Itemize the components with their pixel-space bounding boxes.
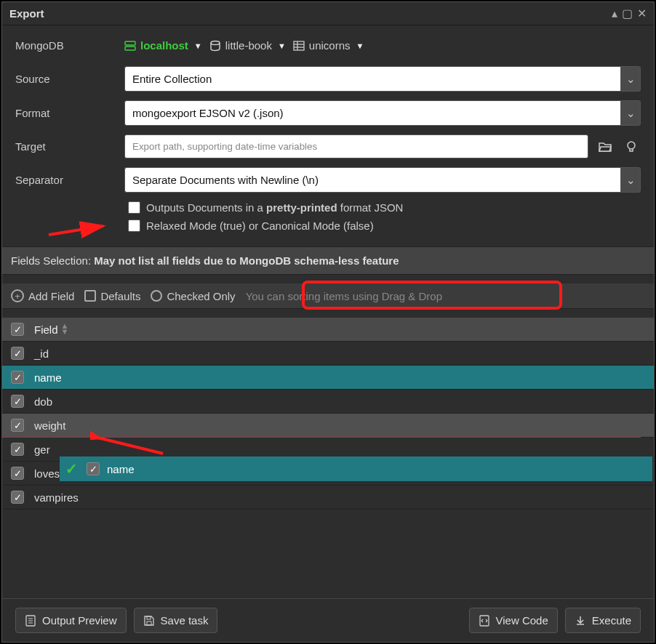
annotation-arrow bbox=[90, 417, 170, 461]
table-header-row: ✓ Field ▲▼ bbox=[2, 318, 654, 342]
collection-crumb[interactable]: unicorns ▼ bbox=[293, 39, 364, 52]
row-checkbox[interactable]: ✓ bbox=[11, 443, 24, 456]
table-row[interactable]: ✓vampires bbox=[2, 486, 654, 510]
save-icon bbox=[143, 615, 155, 627]
field-name: ger bbox=[34, 443, 50, 456]
defaults-button[interactable]: Defaults bbox=[84, 290, 140, 302]
relaxed-label: Relaxed Mode (true) or Canonical Mode (f… bbox=[146, 220, 374, 232]
format-label: Format bbox=[15, 107, 117, 119]
svg-rect-0 bbox=[125, 41, 135, 45]
field-name: weight bbox=[34, 419, 65, 432]
row-checkbox[interactable]: ✓ bbox=[11, 467, 24, 480]
sort-icon: ▲▼ bbox=[61, 323, 69, 334]
export-window: Export ▴ ▢ ✕ MongoDB localhost ▼ little-… bbox=[1, 1, 655, 643]
pretty-label: Outputs Documents in a pretty-printed fo… bbox=[146, 201, 403, 214]
svg-line-16 bbox=[97, 438, 163, 454]
chevron-down-icon[interactable]: ⌄ bbox=[620, 66, 641, 92]
separator-select[interactable]: Separate Documents with Newline (\n) ⌄ bbox=[124, 167, 641, 193]
field-name: vampires bbox=[34, 491, 79, 504]
field-name: _id bbox=[34, 347, 49, 360]
caret-icon: ▼ bbox=[194, 41, 202, 50]
svg-line-15 bbox=[49, 226, 103, 235]
drag-hint: You can sorting items using Drag & Drop bbox=[246, 290, 442, 302]
field-name: name bbox=[34, 371, 62, 384]
browse-folder-icon[interactable] bbox=[596, 137, 615, 156]
view-code-button[interactable]: View Code bbox=[469, 608, 558, 633]
output-preview-button[interactable]: Output Preview bbox=[15, 608, 127, 633]
annotation-arrow bbox=[45, 213, 111, 242]
maximize-icon[interactable]: ▢ bbox=[622, 7, 633, 20]
database-icon bbox=[209, 40, 221, 52]
svg-point-7 bbox=[628, 142, 635, 149]
chevron-down-icon[interactable]: ⌄ bbox=[620, 167, 641, 193]
row-checkbox[interactable]: ✓ bbox=[11, 395, 24, 408]
minimize-icon[interactable]: ▴ bbox=[612, 7, 617, 20]
fields-section-header: Fields Selection: May not list all field… bbox=[2, 246, 654, 275]
plus-circle-icon: + bbox=[11, 289, 24, 302]
source-label: Source bbox=[15, 73, 117, 85]
mongodb-label: MongoDB bbox=[15, 39, 117, 52]
chevron-down-icon[interactable]: ⌄ bbox=[620, 100, 641, 126]
square-icon bbox=[84, 290, 96, 302]
execute-button[interactable]: Execute bbox=[565, 608, 641, 633]
save-task-button[interactable]: Save task bbox=[134, 608, 218, 633]
field-name: dob bbox=[34, 395, 52, 408]
row-checkbox[interactable]: ✓ bbox=[87, 462, 100, 475]
svg-rect-1 bbox=[125, 47, 135, 50]
document-icon bbox=[25, 615, 36, 627]
pretty-checkbox[interactable] bbox=[128, 201, 140, 214]
titlebar: Export ▴ ▢ ✕ bbox=[2, 2, 654, 25]
separator-label: Separator bbox=[15, 174, 117, 186]
select-all-checkbox[interactable]: ✓ bbox=[11, 323, 24, 336]
close-icon[interactable]: ✕ bbox=[637, 7, 647, 20]
check-icon: ✓ bbox=[65, 460, 78, 478]
fields-toolbar: + Add Field Defaults Checked Only You ca… bbox=[2, 283, 654, 309]
bottom-bar: Output Preview Save task View Code Execu… bbox=[2, 598, 654, 642]
svg-rect-12 bbox=[147, 621, 151, 625]
caret-icon: ▼ bbox=[278, 41, 286, 50]
server-icon bbox=[124, 40, 136, 52]
lightbulb-icon[interactable] bbox=[622, 137, 641, 156]
table-row[interactable]: ✓dob bbox=[2, 390, 654, 414]
code-icon bbox=[479, 615, 490, 627]
row-checkbox[interactable]: ✓ bbox=[11, 347, 24, 360]
target-input[interactable] bbox=[124, 134, 588, 158]
source-select[interactable]: Entire Collection ⌄ bbox=[124, 66, 641, 92]
row-checkbox[interactable]: ✓ bbox=[11, 491, 24, 504]
svg-point-2 bbox=[211, 41, 220, 44]
breadcrumb: MongoDB localhost ▼ little-book ▼ unicor… bbox=[15, 36, 641, 57]
table-row[interactable]: ✓_id bbox=[2, 342, 654, 366]
circle-icon bbox=[151, 290, 162, 302]
db-crumb[interactable]: little-book ▼ bbox=[209, 39, 286, 52]
download-icon bbox=[575, 615, 586, 627]
field-column-header[interactable]: Field ▲▼ bbox=[34, 323, 68, 336]
checked-only-button[interactable]: Checked Only bbox=[151, 290, 235, 302]
svg-rect-3 bbox=[294, 41, 304, 50]
window-title: Export bbox=[9, 7, 612, 20]
relaxed-checkbox[interactable] bbox=[128, 220, 140, 232]
table-row[interactable]: ✓name bbox=[2, 366, 654, 390]
host-crumb[interactable]: localhost ▼ bbox=[124, 39, 202, 52]
target-label: Target bbox=[15, 140, 117, 153]
caret-icon: ▼ bbox=[356, 41, 364, 50]
field-name: loves bbox=[34, 467, 60, 480]
format-select[interactable]: mongoexport EJSON v2 (.json) ⌄ bbox=[124, 100, 641, 126]
row-checkbox[interactable]: ✓ bbox=[11, 371, 24, 384]
table-icon bbox=[293, 40, 305, 52]
add-field-button[interactable]: + Add Field bbox=[11, 289, 74, 302]
row-checkbox[interactable]: ✓ bbox=[11, 419, 24, 432]
